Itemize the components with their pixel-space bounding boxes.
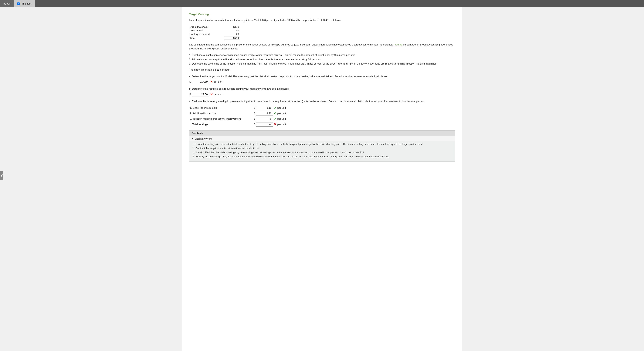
section-title: Target Costing (189, 12, 455, 16)
question-a-label: a. Determine the target cost for Model J… (189, 74, 455, 78)
cost-row-label: Total (190, 37, 224, 39)
scenario-body: It is estimated that the competitive sel… (189, 43, 393, 46)
cost-row-value: $170 (224, 25, 239, 28)
part-c-row: 3. Injection molding productivity improv… (190, 117, 455, 121)
part-c-status: ✓ (274, 117, 276, 121)
part-c-status: ✓ (274, 111, 276, 115)
cost-row-label: Factory overhead (190, 33, 224, 35)
sidebar-arrow-icon: ❮ (0, 174, 3, 177)
question-a-input-row: $ ✕ per unit (190, 80, 455, 84)
cost-row-value: 20 (224, 33, 239, 35)
part-c-row-label: 3. Injection molding productivity improv… (190, 117, 254, 120)
question-c: c. Evaluate the three engineering improv… (189, 99, 455, 126)
question-a-dollar: $ (190, 80, 191, 83)
question-b-unit: per unit (214, 93, 222, 96)
part-c-dollar: $ (254, 106, 256, 109)
cost-row-value: 50 (224, 29, 239, 32)
cost-row-label: Direct labor (190, 29, 224, 32)
cost-row-value: $240 (224, 36, 239, 40)
part-c-unit: per unit (278, 106, 286, 109)
tab-ebook-label: eBook (4, 2, 10, 5)
labor-rate: The direct labor rate is $21 per hour. (189, 68, 455, 71)
question-a-input[interactable] (192, 80, 209, 84)
cost-table-row: Total$240 (190, 36, 455, 40)
check-work-label: ▼ Check My Work (192, 137, 212, 140)
part-c-row: 2. Additional inspection $ ✓ per unit (190, 111, 455, 115)
part-c-status: ✓ (274, 106, 276, 110)
feedback-box: Feedback ▼ Check My Work a. Divide the s… (189, 130, 455, 162)
tab-print[interactable]: Print Item (14, 0, 35, 7)
cost-table-row: Direct materials$170 (190, 25, 455, 29)
part-c-row-label: 1. Direct labor reduction (190, 106, 254, 109)
improvement-item: 3. Decrease the cycle time of the inject… (189, 62, 455, 66)
part-c-row: Total savings $ ✕ per unit (190, 122, 455, 127)
check-work-header[interactable]: ▼ Check My Work (189, 136, 455, 141)
question-c-text: Evaluate the three engineering improveme… (192, 100, 424, 103)
improvement-item: 2. Add an inspection step that will add … (189, 57, 455, 62)
feedback-item: c. 1 and 2. Find the direct labor saving… (193, 150, 451, 155)
tab-ebook[interactable]: eBook (0, 0, 14, 7)
question-b: b. Determine the required cost reduction… (189, 87, 455, 96)
part-c-row-label: Total savings (190, 123, 254, 126)
question-a-status: ✕ (210, 80, 213, 84)
part-c-row: 1. Direct labor reduction $ ✓ per unit (190, 106, 455, 110)
part-c-input-wrap (256, 122, 273, 127)
part-c-unit: per unit (278, 123, 286, 126)
part-c-input-wrap (256, 111, 273, 115)
question-a-text: Determine the target cost for Model J20,… (192, 75, 388, 78)
question-b-dollar: $ (190, 93, 191, 96)
top-bar: eBook Print Item (0, 0, 644, 7)
cost-table-row: Factory overhead20 (190, 32, 455, 36)
intro-text: Laser Impressions Inc. manufactures colo… (189, 18, 455, 22)
part-c-input[interactable] (256, 111, 273, 115)
question-b-input-row: $ ✕ per unit (190, 92, 455, 96)
check-work-content: a. Divide the selling price minus the to… (189, 141, 455, 161)
scenario-text: It is estimated that the competitive sel… (189, 43, 455, 51)
cost-table-row: Direct labor50 (190, 29, 455, 32)
tab-print-label: Print Item (21, 2, 31, 5)
improvement-item: 1. Purchase a plastic printer cover with… (189, 53, 455, 57)
print-checkbox[interactable] (17, 2, 20, 5)
part-c-dollar: $ (254, 112, 256, 115)
part-c-status: ✕ (274, 122, 276, 126)
part-c-unit: per unit (278, 112, 286, 115)
feedback-header: Feedback (189, 131, 455, 136)
improvement-list: 1. Purchase a plastic printer cover with… (189, 53, 455, 66)
question-b-text: Determine the required cost reduction. R… (192, 87, 290, 90)
part-c-dollar: $ (254, 117, 256, 120)
question-b-label: b. Determine the required cost reduction… (189, 87, 455, 91)
question-a-unit: per unit (214, 80, 222, 83)
question-c-table: 1. Direct labor reduction $ ✓ per unit 2… (190, 106, 455, 127)
part-c-unit: per unit (278, 117, 286, 120)
part-c-input[interactable] (256, 106, 273, 110)
part-c-row-label: 2. Additional inspection (190, 112, 254, 115)
feedback-item: 3. Multiply the percentage of cycle time… (193, 155, 451, 159)
question-c-label: c. Evaluate the three engineering improv… (189, 99, 455, 103)
feedback-item: b. Subtract the target product cost from… (193, 146, 451, 150)
sidebar-toggle[interactable]: ❮ (0, 171, 4, 180)
cost-table: Direct materials$170Direct labor50Factor… (190, 25, 455, 40)
part-c-input[interactable] (256, 117, 273, 121)
question-b-status: ✕ (210, 92, 213, 96)
part-c-dollar: $ (254, 123, 256, 126)
part-c-input-wrap (256, 117, 273, 121)
question-a: a. Determine the target cost for Model J… (189, 74, 455, 84)
question-b-input[interactable] (192, 92, 209, 96)
part-c-input[interactable] (256, 122, 273, 127)
cost-row-label: Direct materials (190, 25, 224, 28)
main-content: Target Costing Laser Impressions Inc. ma… (182, 7, 462, 351)
markup-link[interactable]: markup (394, 43, 402, 46)
feedback-item: a. Divide the selling price minus the to… (193, 142, 451, 146)
part-c-input-wrap (256, 106, 273, 110)
